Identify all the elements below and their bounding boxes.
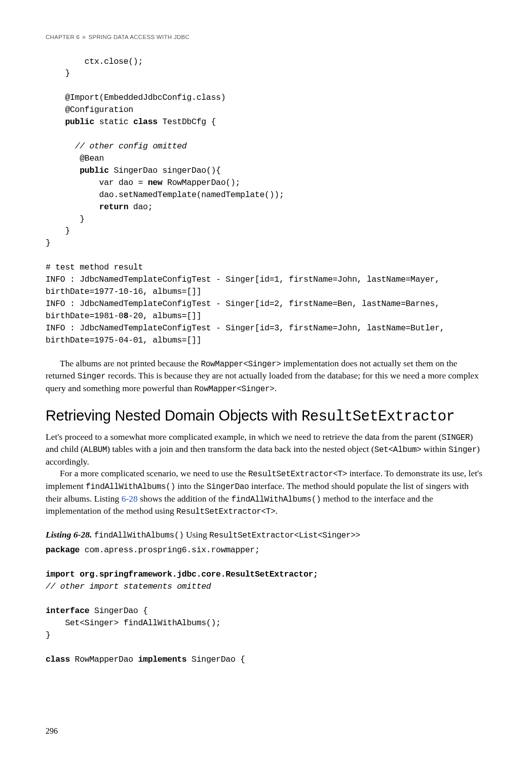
chapter-label: CHAPTER 6	[46, 34, 80, 40]
paragraph-3: For a more complicated scenario, we need…	[46, 468, 486, 517]
section-heading: Retrieving Nested Domain Objects with Re…	[46, 406, 486, 427]
listing-link[interactable]: 6-28	[122, 493, 138, 504]
chapter-title: SPRING DATA ACCESS WITH JDBC	[89, 34, 190, 40]
page-number: 296	[46, 726, 58, 737]
paragraph-2: Let's proceed to a somewhat more complic…	[46, 431, 486, 468]
code-block-2: package com.apress.prospring6.six.rowmap…	[46, 544, 486, 665]
paragraph-1: The albums are not printed because the R…	[46, 358, 486, 395]
page-header: CHAPTER 6■SPRING DATA ACCESS WITH JDBC	[46, 33, 486, 42]
listing-caption: Listing 6-28. findAllWithAlbums() Using …	[46, 529, 486, 542]
separator-icon: ■	[82, 34, 86, 40]
code-block-1: ctx.close(); } @Import(EmbeddedJdbcConfi…	[46, 56, 486, 347]
